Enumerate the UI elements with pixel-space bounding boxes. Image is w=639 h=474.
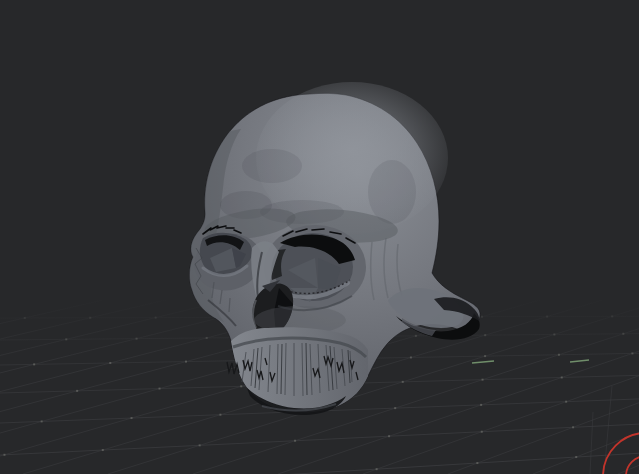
viewport[interactable] bbox=[0, 0, 639, 474]
viewport-canvas[interactable] bbox=[0, 0, 639, 474]
